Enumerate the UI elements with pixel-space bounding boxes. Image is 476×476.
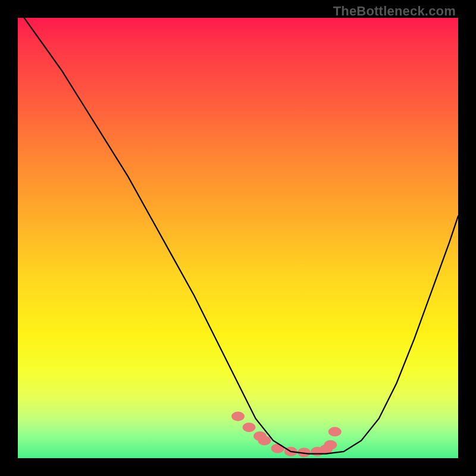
marker-dot — [243, 422, 256, 432]
marker-dot — [271, 444, 284, 453]
marker-dot — [231, 412, 245, 421]
highlight-markers — [231, 412, 342, 458]
chart-frame: TheBottleneck.com — [0, 0, 476, 476]
marker-dot — [258, 436, 271, 445]
curve-layer — [18, 18, 458, 458]
marker-dot — [324, 440, 337, 450]
watermark-text: TheBottleneck.com — [333, 4, 456, 19]
plot-area — [18, 18, 458, 458]
marker-dot — [328, 427, 342, 437]
bottleneck-curve — [18, 18, 458, 454]
